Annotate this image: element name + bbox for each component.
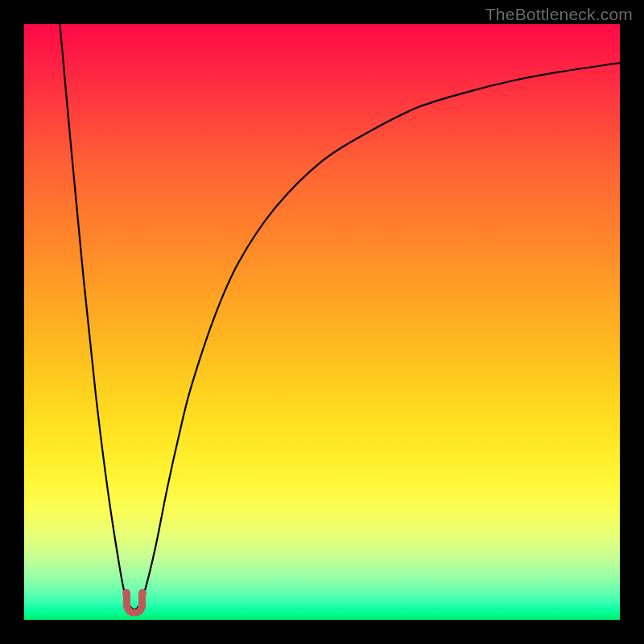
bottleneck-curve — [24, 24, 620, 620]
watermark-text: TheBottleneck.com — [485, 5, 633, 24]
chart-frame: TheBottleneck.com — [0, 0, 644, 644]
optimal-marker-icon — [120, 592, 149, 618]
plot-area — [24, 24, 620, 620]
